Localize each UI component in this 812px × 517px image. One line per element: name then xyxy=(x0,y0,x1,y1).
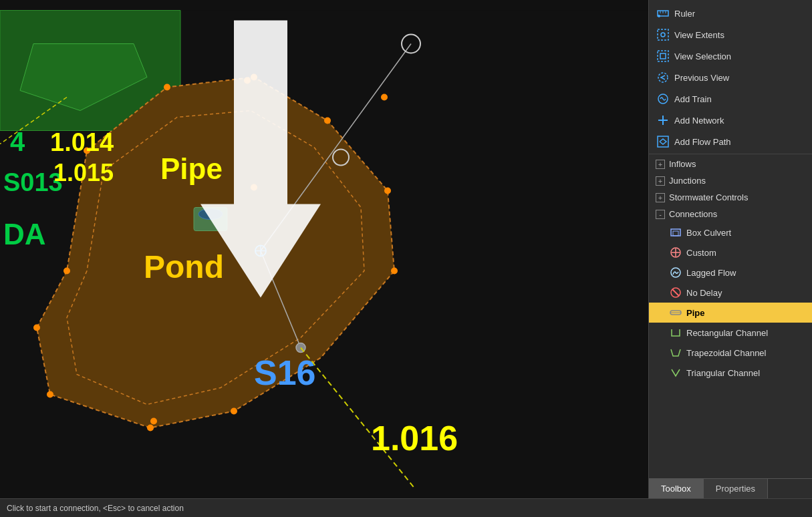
tabs-bar: Toolbox Properties xyxy=(649,478,812,498)
lagged-flow-icon xyxy=(669,266,682,279)
divider-1 xyxy=(649,154,812,154)
sidebar-item-rectangular-channel[interactable]: Rectangular Channel xyxy=(649,323,812,343)
svg-text:Pond: Pond xyxy=(144,249,224,285)
svg-rect-47 xyxy=(658,29,668,40)
svg-point-18 xyxy=(33,325,40,331)
box-culvert-icon xyxy=(669,226,682,239)
stormwater-expander[interactable]: + xyxy=(656,193,665,202)
connections-expander[interactable]: - xyxy=(656,210,665,219)
svg-text:1.015: 1.015 xyxy=(53,159,114,186)
view-selection-label: View Selection xyxy=(674,51,731,61)
sidebar-item-lagged-flow[interactable]: Lagged Flow xyxy=(649,263,812,283)
inflows-expander[interactable]: + xyxy=(656,160,665,169)
work-area: 4 1.014 S013 1.015 Pipe DA Pond S16 1.01… xyxy=(0,0,812,498)
tab-toolbox[interactable]: Toolbox xyxy=(649,479,704,498)
custom-icon xyxy=(669,246,682,259)
sidebar-item-ruler[interactable]: Ruler xyxy=(649,3,812,24)
svg-point-46 xyxy=(658,15,660,17)
view-extents-label: View Extents xyxy=(674,30,724,40)
sidebar-section-inflows[interactable]: + Inflows xyxy=(649,156,812,172)
sidebar-item-custom[interactable]: Custom xyxy=(649,242,812,263)
svg-rect-50 xyxy=(660,53,666,59)
sidebar-item-triangular-channel[interactable]: Triangular Channel xyxy=(649,363,812,383)
svg-rect-49 xyxy=(658,51,668,61)
svg-point-51 xyxy=(658,73,668,82)
pipe-icon xyxy=(669,306,682,319)
sidebar-item-no-delay[interactable]: No Delay xyxy=(649,283,812,303)
status-message: Click to start a connection, <Esc> to ca… xyxy=(7,504,184,513)
svg-text:DA: DA xyxy=(3,218,46,250)
add-network-label: Add Network xyxy=(674,116,724,126)
previous-view-icon xyxy=(656,70,670,85)
canvas-svg: 4 1.014 S013 1.015 Pipe DA Pond S16 1.01… xyxy=(0,0,648,498)
connections-label: Connections xyxy=(669,209,717,219)
main-container: 4 1.014 S013 1.015 Pipe DA Pond S16 1.01… xyxy=(0,0,812,517)
svg-point-22 xyxy=(324,118,331,124)
lagged-flow-label: Lagged Flow xyxy=(686,268,736,278)
svg-rect-57 xyxy=(673,231,678,236)
junctions-expander[interactable]: + xyxy=(656,176,665,186)
sidebar-section-junctions[interactable]: + Junctions xyxy=(649,172,812,189)
rectangular-channel-label: Rectangular Channel xyxy=(686,328,768,338)
tab-properties[interactable]: Properties xyxy=(704,479,768,498)
sidebar-section-connections[interactable]: - Connections xyxy=(649,206,812,222)
status-bar: Click to start a connection, <Esc> to ca… xyxy=(0,498,812,517)
sidebar-item-view-extents[interactable]: View Extents xyxy=(649,24,812,45)
trapezoidal-channel-icon xyxy=(669,346,682,359)
view-extents-icon xyxy=(656,27,670,42)
sidebar-item-add-network[interactable]: Add Network xyxy=(649,110,812,131)
sidebar-panel: Ruler View Extents xyxy=(648,0,812,498)
triangular-channel-icon xyxy=(669,366,682,379)
sidebar-item-previous-view[interactable]: Previous View xyxy=(649,67,812,88)
svg-point-48 xyxy=(661,33,665,37)
sidebar-item-add-train[interactable]: Add Train xyxy=(649,88,812,110)
pipe-label: Pipe xyxy=(686,308,704,318)
svg-text:1.016: 1.016 xyxy=(371,419,458,458)
add-network-icon xyxy=(656,113,670,128)
sidebar-item-box-culvert[interactable]: Box Culvert xyxy=(649,222,812,242)
svg-text:S16: S16 xyxy=(254,353,316,392)
sidebar-item-view-selection[interactable]: View Selection xyxy=(649,45,812,67)
add-flow-path-icon xyxy=(656,134,670,149)
svg-point-27 xyxy=(391,268,398,275)
svg-point-19 xyxy=(47,391,53,398)
custom-label: Custom xyxy=(686,248,716,258)
previous-view-label: Previous View xyxy=(674,73,729,83)
svg-point-20 xyxy=(147,425,154,432)
svg-text:1.014: 1.014 xyxy=(50,128,114,156)
stormwater-label: Stormwater Controls xyxy=(669,192,748,202)
sidebar-item-trapezoidal-channel[interactable]: Trapezoidal Channel xyxy=(649,343,812,363)
rectangular-channel-icon xyxy=(669,326,682,339)
svg-point-24 xyxy=(164,84,170,91)
ruler-label: Ruler xyxy=(674,9,695,19)
ruler-icon xyxy=(656,6,670,21)
no-delay-icon xyxy=(669,286,682,299)
triangular-channel-label: Triangular Channel xyxy=(686,368,760,378)
svg-text:4: 4 xyxy=(10,127,25,156)
sidebar-section-stormwater[interactable]: + Stormwater Controls xyxy=(649,189,812,206)
junctions-label: Junctions xyxy=(669,176,706,186)
canvas-area[interactable]: 4 1.014 S013 1.015 Pipe DA Pond S16 1.01… xyxy=(0,0,648,498)
view-selection-icon xyxy=(656,49,670,63)
svg-rect-56 xyxy=(671,229,680,236)
add-train-label: Add Train xyxy=(674,94,712,104)
svg-point-26 xyxy=(384,188,391,194)
svg-point-31 xyxy=(150,418,157,425)
svg-point-30 xyxy=(381,94,388,101)
add-train-icon xyxy=(656,92,670,106)
svg-point-21 xyxy=(231,408,237,415)
add-flow-path-label: Add Flow Path xyxy=(674,137,731,147)
svg-text:Pipe: Pipe xyxy=(160,152,223,185)
trapezoidal-channel-label: Trapezoidal Channel xyxy=(686,348,766,358)
sidebar-item-add-flow-path[interactable]: Add Flow Path xyxy=(649,131,812,152)
no-delay-label: No Delay xyxy=(686,288,722,298)
sidebar-item-pipe[interactable]: Pipe xyxy=(649,303,812,323)
box-culvert-label: Box Culvert xyxy=(686,228,731,238)
inflows-label: Inflows xyxy=(669,159,696,169)
svg-point-17 xyxy=(63,268,70,275)
svg-line-63 xyxy=(672,289,679,296)
sidebar-content: Ruler View Extents xyxy=(649,0,812,478)
